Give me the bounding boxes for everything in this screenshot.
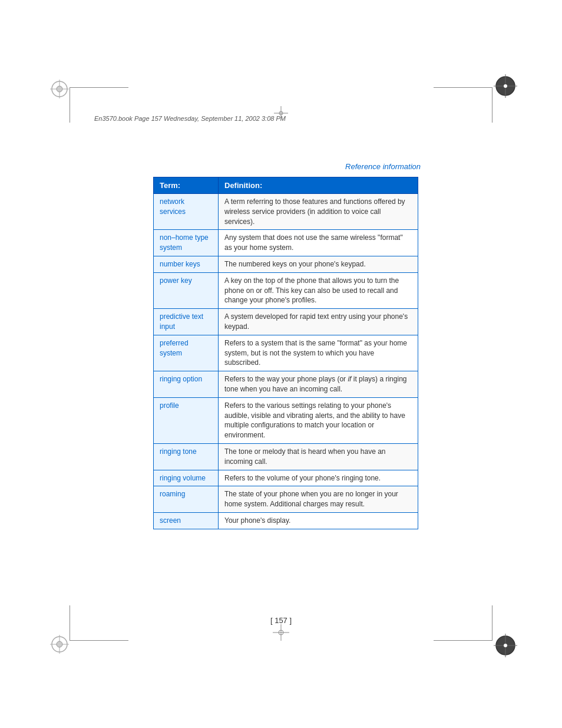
- table-row: screenYour phone's display.: [154, 512, 418, 529]
- col-header-term: Term:: [154, 177, 219, 194]
- table-header-row: Term: Definition:: [154, 177, 418, 194]
- definition-cell: A system developed for rapid text entry …: [219, 309, 418, 335]
- term-cell: ringing option: [154, 371, 219, 398]
- corner-line-tr-h: [434, 87, 492, 88]
- definition-cell: Refers to the way your phone plays (or i…: [219, 371, 418, 398]
- corner-decoration-bl: [50, 635, 69, 654]
- corner-decoration-tr: [494, 74, 517, 98]
- corner-line-tr-v: [492, 87, 492, 123]
- bottom-crosshair: [273, 624, 289, 643]
- definition-cell: The tone or melody that is heard when yo…: [219, 443, 418, 470]
- table-row: roamingThe state of your phone when you …: [154, 486, 418, 513]
- term-cell: roaming: [154, 486, 219, 513]
- term-cell: preferred system: [154, 335, 219, 371]
- definition-cell: Your phone's display.: [219, 512, 418, 529]
- table-row: power keyA key on the top of the phone t…: [154, 272, 418, 308]
- svg-point-3: [57, 86, 62, 92]
- definition-cell: A term referring to those features and f…: [219, 194, 418, 230]
- glossary-table: Term: Definition: network servicesA term…: [153, 177, 418, 529]
- table-row: ringing toneThe tone or melody that is h…: [154, 443, 418, 470]
- svg-point-7: [504, 84, 507, 88]
- term-cell: number keys: [154, 256, 219, 272]
- top-crosshair: [274, 106, 288, 122]
- definition-cell: Refers to the various settings relating …: [219, 397, 418, 443]
- definition-cell: A key on the top of the phone that allow…: [219, 272, 418, 308]
- svg-point-11: [57, 641, 62, 647]
- table-row: ringing optionRefers to the way your pho…: [154, 371, 418, 398]
- term-cell: screen: [154, 512, 219, 529]
- table-row: network servicesA term referring to thos…: [154, 194, 418, 230]
- table-row: profileRefers to the various settings re…: [154, 397, 418, 443]
- term-cell: ringing tone: [154, 443, 219, 470]
- svg-point-15: [504, 644, 507, 647]
- corner-line-br-v: [492, 605, 492, 641]
- definition-cell: Refers to a system that is the same "for…: [219, 335, 418, 371]
- corner-line-br-h: [434, 640, 492, 641]
- term-cell: power key: [154, 272, 219, 308]
- corner-line-tl-v: [70, 87, 70, 123]
- corner-line-bl-h: [70, 640, 128, 641]
- definition-cell: Refers to the volume of your phone's rin…: [219, 470, 418, 486]
- term-cell: profile: [154, 397, 219, 443]
- section-title: Reference information: [345, 162, 421, 171]
- definition-cell: The numbered keys on your phone's keypad…: [219, 256, 418, 272]
- table-row: ringing volumeRefers to the volume of yo…: [154, 470, 418, 486]
- term-cell: ringing volume: [154, 470, 219, 486]
- term-cell: predictive text input: [154, 309, 219, 335]
- table-row: number keysThe numbered keys on your pho…: [154, 256, 418, 272]
- table-row: non–home type systemAny system that does…: [154, 230, 418, 256]
- definition-cell: Any system that does not use the same wi…: [219, 230, 418, 256]
- definition-cell: The state of your phone when you are no …: [219, 486, 418, 513]
- corner-decoration-tl: [50, 80, 69, 98]
- term-cell: network services: [154, 194, 219, 230]
- page-number: [ 157 ]: [270, 616, 292, 625]
- term-cell: non–home type system: [154, 230, 219, 256]
- table-row: predictive text inputA system developed …: [154, 309, 418, 335]
- table-row: preferred systemRefers to a system that …: [154, 335, 418, 371]
- corner-line-bl-v: [70, 605, 70, 641]
- content-area: Term: Definition: network servicesA term…: [153, 177, 418, 529]
- corner-decoration-br: [494, 634, 517, 657]
- col-header-definition: Definition:: [219, 177, 418, 194]
- corner-line-tl-h: [70, 87, 128, 88]
